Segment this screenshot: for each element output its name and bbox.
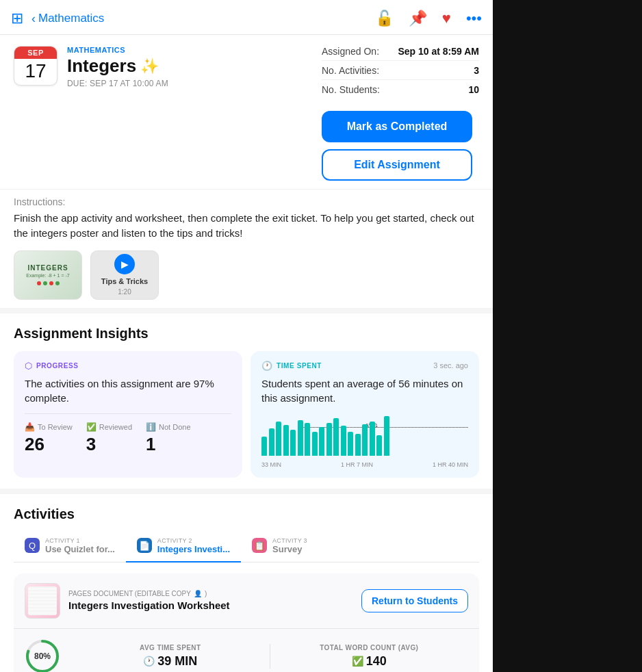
assigned-on-label: Assigned On: [322,46,379,57]
activities-row: No. Activities: 3 [322,65,479,80]
word-count-label: TOTAL WORD COUNT (AVG) [281,644,458,651]
chart-label-3: 1 HR 40 MIN [433,461,468,468]
info-icon: ℹ️ [146,422,156,432]
tab-activity-2[interactable]: 📄 ACTIVITY 2 Integers Investi... [126,532,241,563]
video-label: Tips & Tricks [101,277,148,285]
chart-label-1: 33 MIN [261,461,281,468]
back-label: Mathematics [38,12,104,25]
more-options-icon[interactable]: ••• [466,10,482,27]
bar-18 [384,416,389,456]
time-card-header: 🕐 TIME SPENT 3 sec. ago [261,361,468,371]
chart-label-2: 1 HR 7 MIN [341,461,373,468]
check-icon: ✅ [86,422,97,432]
progress-text: The activities on this assignment are 97… [25,376,231,405]
students-row: No. Students: 10 [322,84,479,99]
insights-cards: ⬡ PROGRESS The activities on this assign… [14,351,479,478]
stat-reviewed: ✅ Reviewed 3 [86,422,132,455]
bar-12 [341,426,346,456]
word-count-col: TOTAL WORD COUNT (AVG) ✅ 140 [270,644,469,669]
survey-icon: 📋 [252,538,267,553]
bar-2 [269,428,274,456]
heart-icon[interactable]: ♥ [442,10,451,27]
stat-to-review-label: 📥 To Review [25,422,73,432]
instructions-label: Instructions: [14,196,479,207]
main-panel: ⊞ ‹ Mathematics 🔓 📌 ♥ ••• SEP 17 MATHEMA… [0,0,493,672]
tab-3-main-label: Survey [272,544,307,554]
section-divider [0,308,493,313]
activity-content: PAGES DOCUMENT (EDITABLE COPY 👤 ) Intege… [14,573,479,673]
video-attachment[interactable]: ▶ Tips & Tricks 1:20 [90,250,159,300]
bar-6 [298,420,303,456]
bar-13 [348,432,353,456]
bar-7 [305,423,310,456]
circular-progress: 80% [25,638,60,673]
date-badge: SEP 17 [14,46,57,86]
bar-4 [283,425,289,456]
tab-3-top-label: ACTIVITY 3 [272,537,307,544]
insights-title: Assignment Insights [14,326,479,341]
assigned-on-value: Sep 10 at 8:59 AM [398,46,479,57]
bar-17 [376,435,382,456]
chevron-left-icon: ‹ [31,12,36,26]
bar-11 [333,418,339,456]
bar-9 [319,427,324,456]
avg-time-label: AVG TIME SPENT [82,644,259,651]
progress-card-header: ⬡ PROGRESS [25,361,231,371]
doc-info: PAGES DOCUMENT (EDITABLE COPY 👤 ) Intege… [68,590,353,611]
unlock-icon[interactable]: 🔓 [375,10,394,27]
date-day: 17 [14,59,57,85]
tab-1-text: ACTIVITY 1 Use Quizlet for... [45,537,115,554]
mark-completed-button[interactable]: Mark as Completed [322,111,472,142]
tab-1-top-label: ACTIVITY 1 [45,537,115,544]
time-text: Students spent an average of 56 minutes … [261,376,468,405]
poster-attachment[interactable]: INTEGERS Example: -8 + 1 = -7 [14,250,82,300]
nav-actions: 🔓 📌 ♥ ••• [375,10,482,27]
activities-section-divider [0,489,493,494]
avg-time-value: 🕐 39 MIN [82,654,259,669]
time-chart: AVG [261,413,468,468]
tab-1-main-label: Use Quizlet for... [45,544,115,554]
avg-time-col: AVG TIME SPENT 🕐 39 MIN [71,644,270,669]
progress-stats: 📥 To Review 26 ✅ Reviewed 3 [25,413,231,455]
activity-doc-header: PAGES DOCUMENT (EDITABLE COPY 👤 ) Intege… [14,573,479,629]
activities-value: 3 [474,65,479,76]
stat-reviewed-label: ✅ Reviewed [86,422,132,432]
person-icon: 👤 [194,590,202,597]
bar-3 [276,422,281,456]
doc-thumb-inner [28,586,57,615]
quizlet-icon: Q [25,538,40,553]
progress-percent: 80% [34,651,51,661]
activities-label: No. Activities: [322,65,379,76]
activities-section: Activities Q ACTIVITY 1 Use Quizlet for.… [0,494,493,673]
assignment-meta: Assigned On: Sep 10 at 8:59 AM No. Activ… [322,46,479,99]
doc-type-label: PAGES DOCUMENT (EDITABLE COPY 👤 ) [68,590,353,597]
activities-title: Activities [14,506,479,522]
inbox-icon: 📥 [25,422,35,432]
header-info: MATHEMATICS Integers ✨ DUE: SEP 17 AT 10… [67,46,311,88]
poster-subtitle: Example: -8 + 1 = -7 [26,273,69,278]
word-count-value: ✅ 140 [281,654,458,669]
stat-reviewed-value: 3 [86,434,132,455]
sidebar-toggle-button[interactable]: ⊞ [11,10,23,27]
attachments: INTEGERS Example: -8 + 1 = -7 ▶ Tips & T… [14,250,479,300]
students-value: 10 [468,84,479,95]
stat-not-done: ℹ️ Not Done 1 [146,422,190,455]
time-icon: 🕐 [261,361,272,371]
stat-not-done-label: ℹ️ Not Done [146,422,190,432]
tab-2-text: ACTIVITY 2 Integers Investi... [157,537,230,554]
back-button[interactable]: ‹ Mathematics [31,12,104,26]
edit-assignment-button[interactable]: Edit Assignment [322,149,472,181]
tab-activity-3[interactable]: 📋 ACTIVITY 3 Survey [241,532,318,563]
tab-activity-1[interactable]: Q ACTIVITY 1 Use Quizlet for... [14,532,126,563]
pages-icon: 📄 [137,538,152,553]
students-label: No. Students: [322,84,380,95]
clock-icon: 🕐 [143,656,155,667]
pin-icon[interactable]: 📌 [409,10,427,27]
sparkle-icon: ✨ [140,57,159,75]
time-tag: TIME SPENT [277,362,322,370]
progress-tag: PROGRESS [36,362,78,370]
action-buttons: Mark as Completed Edit Assignment [322,111,479,181]
subject-label: MATHEMATICS [67,46,311,54]
return-to-students-button[interactable]: Return to Students [361,589,468,612]
poster-title: INTEGERS [27,264,68,272]
